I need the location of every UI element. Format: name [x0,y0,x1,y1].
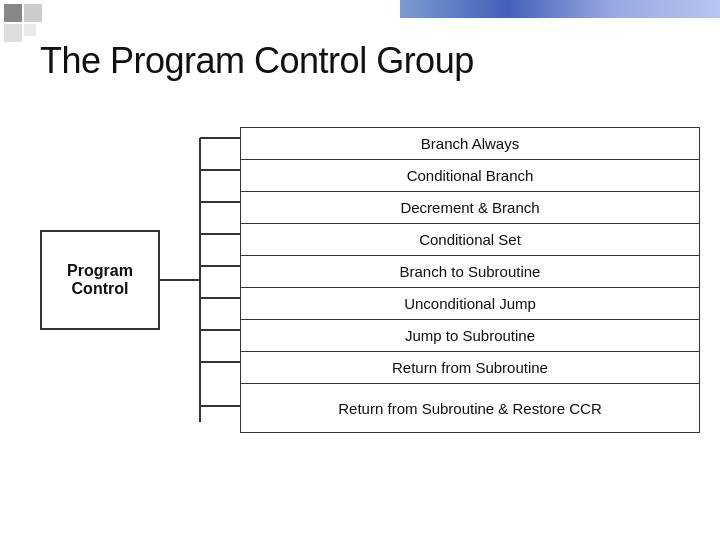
list-item: Decrement & Branch [240,191,700,223]
page-title: The Program Control Group [40,40,474,82]
items-list: Branch Always Conditional Branch Decreme… [240,127,700,433]
list-item: Branch to Subroutine [240,255,700,287]
list-item: Return from Subroutine & Restore CCR [240,383,700,433]
program-control-label: ProgramControl [40,230,160,330]
top-bar-decoration [400,0,720,18]
list-item: Branch Always [240,127,700,159]
list-item: Conditional Branch [240,159,700,191]
label-text: ProgramControl [67,262,133,298]
list-item: Return from Subroutine [240,351,700,383]
list-item: Conditional Set [240,223,700,255]
diagram: ProgramControl Branch Always Conditional… [40,120,700,440]
list-item: Unconditional Jump [240,287,700,319]
connector-lines [160,120,240,440]
list-item: Jump to Subroutine [240,319,700,351]
